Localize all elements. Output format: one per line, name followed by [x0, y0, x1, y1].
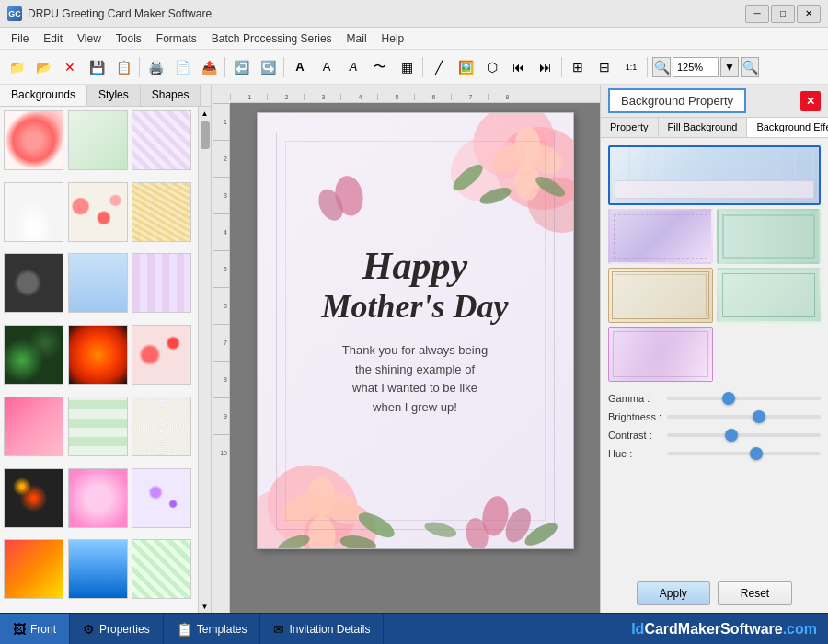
menu-help[interactable]: Help	[374, 30, 412, 47]
list-item[interactable]	[132, 253, 191, 313]
list-item[interactable]	[68, 253, 128, 313]
list-item[interactable]	[132, 468, 191, 528]
toolbar-barcode[interactable]: ▦	[394, 54, 420, 80]
tab-styles[interactable]: Styles	[87, 85, 141, 106]
list-item[interactable]	[4, 325, 63, 385]
gamma-thumb[interactable]	[722, 392, 735, 405]
scroll-up[interactable]: ▲	[199, 107, 212, 120]
list-item[interactable]	[4, 182, 63, 242]
list-item[interactable]	[4, 539, 63, 599]
card-message: Thank you for always being the shining e…	[305, 341, 525, 418]
reset-button[interactable]: Reset	[718, 581, 792, 605]
card-canvas[interactable]: Happy Mother's Day Thank you for always …	[257, 112, 574, 549]
menu-edit[interactable]: Edit	[36, 30, 70, 47]
brightness-thumb[interactable]	[753, 410, 765, 423]
effect-thumb-2[interactable]	[608, 209, 713, 264]
close-button[interactable]: ✕	[797, 5, 821, 23]
status-tab-invitation[interactable]: ✉ Invitation Details	[260, 614, 384, 644]
toolbar-save-as[interactable]: 📋	[110, 54, 136, 80]
hue-slider[interactable]	[667, 452, 821, 455]
toolbar-new[interactable]: 📁	[4, 54, 29, 80]
tab-fill-background[interactable]: Fill Background	[659, 118, 748, 137]
toolbar-text3[interactable]: A	[340, 54, 366, 80]
toolbar-wavy[interactable]: 〜	[367, 54, 393, 80]
effect-thumb-3[interactable]	[717, 209, 822, 264]
ruler-h-tick: 5	[377, 94, 414, 100]
list-item[interactable]	[132, 182, 191, 242]
tab-background-effects[interactable]: Background Effects	[747, 118, 828, 137]
toolbar-open[interactable]: 📂	[30, 54, 56, 80]
list-item[interactable]	[132, 325, 191, 385]
menu-tools[interactable]: Tools	[109, 30, 149, 47]
scroll-track[interactable]	[199, 120, 211, 600]
toolbar-grid2[interactable]: ⊟	[592, 54, 617, 80]
toolbar-redo[interactable]: ↪️	[255, 54, 281, 80]
toolbar-ratio[interactable]: 1:1	[618, 54, 644, 80]
status-tab-templates[interactable]: 📋 Templates	[164, 614, 261, 644]
status-bar: 🖼 Front ⚙ Properties 📋 Templates ✉ Invit…	[0, 613, 828, 644]
menu-batch[interactable]: Batch Processing Series	[204, 30, 339, 47]
gamma-slider[interactable]	[667, 397, 821, 400]
scroll-down[interactable]: ▼	[199, 600, 212, 613]
list-item[interactable]	[4, 110, 63, 170]
toolbar-save[interactable]: 💾	[84, 54, 109, 80]
toolbar-print2[interactable]: 📄	[169, 54, 195, 80]
zoom-in-btn[interactable]: ▼	[720, 57, 739, 77]
panel-tabs: Backgrounds Styles Shapes	[0, 85, 211, 107]
toolbar-shape[interactable]: ⬡	[479, 54, 505, 80]
list-item[interactable]	[132, 397, 191, 456]
list-item[interactable]	[68, 468, 128, 528]
hue-thumb[interactable]	[750, 447, 763, 460]
toolbar-text[interactable]: A	[287, 54, 313, 80]
ruler-h-tick: 3	[304, 94, 340, 100]
menu-mail[interactable]: Mail	[339, 30, 374, 47]
maximize-button[interactable]: □	[771, 5, 795, 23]
front-label: Front	[30, 623, 56, 636]
toolbar-image[interactable]: 🖼️	[453, 54, 478, 80]
contrast-thumb[interactable]	[725, 429, 738, 442]
toolbar-next[interactable]: ⏭	[533, 54, 558, 80]
effect-thumb-4[interactable]	[608, 268, 713, 323]
status-tab-front[interactable]: 🖼 Front	[0, 614, 70, 644]
zoom-in[interactable]: 🔍	[741, 57, 759, 77]
tab-shapes[interactable]: Shapes	[141, 85, 201, 106]
toolbar-grid[interactable]: ⊞	[565, 54, 591, 80]
toolbar-export[interactable]: 📤	[196, 54, 222, 80]
list-item[interactable]	[132, 539, 191, 599]
status-tab-properties[interactable]: ⚙ Properties	[70, 614, 164, 644]
tab-backgrounds[interactable]: Backgrounds	[0, 85, 87, 106]
list-item[interactable]	[4, 397, 63, 456]
effect-thumb-1[interactable]	[608, 145, 821, 205]
effect-thumb-6[interactable]	[608, 327, 713, 382]
toolbar-undo[interactable]: ↩️	[228, 54, 254, 80]
zoom-input[interactable]: 125%	[673, 57, 719, 77]
list-item[interactable]	[4, 253, 63, 313]
minimize-button[interactable]: ─	[745, 5, 769, 23]
zoom-out[interactable]: 🔍	[652, 57, 671, 77]
background-property-close[interactable]: ✕	[800, 91, 821, 111]
list-item[interactable]	[132, 110, 191, 170]
menu-formats[interactable]: Formats	[149, 30, 204, 47]
menu-view[interactable]: View	[70, 30, 109, 47]
list-item[interactable]	[68, 182, 128, 242]
toolbar-sep-3	[283, 57, 284, 77]
list-item[interactable]	[68, 539, 128, 599]
scroll-thumb[interactable]	[201, 121, 210, 149]
toolbar-prev[interactable]: ⏮	[506, 54, 532, 80]
toolbar-close[interactable]: ✕	[57, 54, 83, 80]
menu-file[interactable]: File	[4, 30, 36, 47]
tab-property[interactable]: Property	[601, 118, 659, 137]
list-item[interactable]	[68, 397, 128, 456]
toolbar-line[interactable]: ╱	[426, 54, 452, 80]
list-item[interactable]	[68, 325, 128, 385]
effect-thumb-5[interactable]	[717, 268, 822, 323]
list-item[interactable]	[4, 468, 63, 528]
brightness-slider[interactable]	[667, 415, 821, 419]
toolbar-text2[interactable]: A	[314, 54, 339, 80]
list-item[interactable]	[68, 110, 128, 170]
contrast-slider[interactable]	[667, 433, 821, 437]
canvas-area[interactable]: 1 2 3 4 5 6 7 8 1 2 3 4 5 6 7 8 9 10	[212, 85, 600, 613]
apply-button[interactable]: Apply	[637, 581, 710, 605]
toolbar-print[interactable]: 🖨️	[143, 54, 168, 80]
svg-point-29	[422, 519, 457, 540]
